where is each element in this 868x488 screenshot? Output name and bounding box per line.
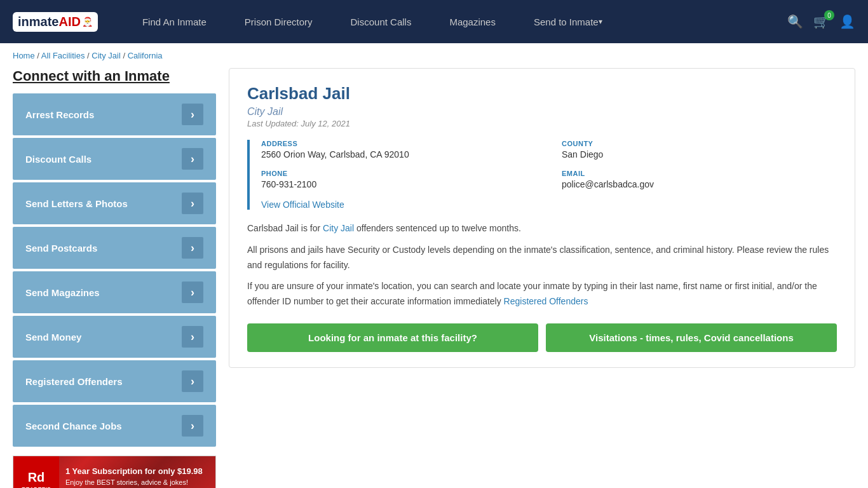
address-value: 2560 Orion Way, Carlsbad, CA 92010 <box>261 149 536 159</box>
looking-for-inmate-button[interactable]: Looking for an inmate at this facility? <box>247 323 538 352</box>
city-jail-link[interactable]: City Jail <box>323 223 354 233</box>
sidebar-label-send-money: Send Money <box>25 332 81 342</box>
chevron-right-icon: › <box>182 193 203 214</box>
address-label: ADDRESS <box>261 140 536 147</box>
facility-content: Carlsbad Jail City Jail Last Updated: Ju… <box>229 68 855 488</box>
facility-desc1: Carlsbad Jail is for City Jail offenders… <box>247 221 837 236</box>
nav-find-inmate[interactable]: Find An Inmate <box>123 0 226 43</box>
breadcrumb-home[interactable]: Home <box>13 51 35 60</box>
sidebar-label-discount-calls: Discount Calls <box>25 154 92 165</box>
facility-desc2: All prisons and jails have Security or C… <box>247 243 837 273</box>
chevron-right-icon: › <box>182 326 203 348</box>
sidebar-item-send-letters[interactable]: Send Letters & Photos › <box>13 182 216 224</box>
sidebar-item-send-postcards[interactable]: Send Postcards › <box>13 227 216 269</box>
ad-banner[interactable]: Rd READER'SDIGEST 1 Year Subscription fo… <box>13 456 216 488</box>
breadcrumb-state[interactable]: California <box>128 51 163 60</box>
sidebar-label-arrest-records: Arrest Records <box>25 109 94 120</box>
cart-badge: 0 <box>824 10 834 20</box>
nav-prison-directory[interactable]: Prison Directory <box>226 0 332 43</box>
chevron-right-icon: › <box>182 281 203 303</box>
email-block: EMAIL police@carlsbadca.gov <box>562 170 837 189</box>
registered-offenders-link[interactable]: Registered Offenders <box>504 296 588 306</box>
visitations-button[interactable]: Visitations - times, rules, Covid cancel… <box>546 323 837 352</box>
chevron-right-icon: › <box>182 237 203 259</box>
breadcrumb-all-facilities[interactable]: All Facilities <box>41 51 85 60</box>
header-icons: 🔍 🛒 0 👤 <box>787 14 855 29</box>
sidebar-label-send-magazines: Send Magazines <box>25 287 100 298</box>
main-nav: Find An Inmate Prison Directory Discount… <box>123 0 787 43</box>
nav-discount-calls[interactable]: Discount Calls <box>332 0 431 43</box>
ad-subtitle: Enjoy the BEST stories, advice & jokes! <box>65 478 209 486</box>
chevron-right-icon: › <box>182 370 203 392</box>
connect-title: Connect with an Inmate <box>13 68 216 85</box>
county-block: COUNTY San Diego <box>562 140 837 159</box>
action-buttons: Looking for an inmate at this facility? … <box>247 323 837 352</box>
logo-box: inmate AID 🎅 <box>13 12 98 32</box>
address-block: ADDRESS 2560 Orion Way, Carlsbad, CA 920… <box>261 140 536 159</box>
sidebar-item-arrest-records[interactable]: Arrest Records › <box>13 93 216 135</box>
sidebar: Connect with an Inmate Arrest Records › … <box>13 68 216 488</box>
phone-block: PHONE 760-931-2100 <box>261 170 536 189</box>
logo-main-text: inmate <box>18 15 58 29</box>
sidebar-item-discount-calls[interactable]: Discount Calls › <box>13 138 216 180</box>
phone-value: 760-931-2100 <box>261 179 536 189</box>
sidebar-label-send-letters: Send Letters & Photos <box>25 198 128 209</box>
county-label: COUNTY <box>562 140 837 147</box>
view-website-link[interactable]: View Official Website <box>261 200 344 210</box>
chevron-right-icon: › <box>182 148 203 170</box>
logo-area[interactable]: inmate AID 🎅 <box>13 12 98 32</box>
main-content: Connect with an Inmate Arrest Records › … <box>0 68 868 488</box>
facility-type: City Jail <box>247 106 837 118</box>
ad-logo: Rd READER'SDIGEST <box>13 456 59 488</box>
website-block: View Official Website <box>261 200 837 210</box>
sidebar-item-registered-offenders[interactable]: Registered Offenders › <box>13 360 216 402</box>
county-value: San Diego <box>562 149 837 159</box>
sidebar-label-second-chance-jobs: Second Chance Jobs <box>25 421 122 431</box>
sidebar-item-send-money[interactable]: Send Money › <box>13 316 216 358</box>
sidebar-item-send-magazines[interactable]: Send Magazines › <box>13 271 216 313</box>
ad-logo-rd: Rd <box>28 470 45 485</box>
nav-magazines[interactable]: Magazines <box>430 0 515 43</box>
sidebar-label-send-postcards: Send Postcards <box>25 243 97 254</box>
desc1-end: offenders sentenced up to twelve months. <box>354 223 521 233</box>
sidebar-label-registered-offenders: Registered Offenders <box>25 376 123 387</box>
breadcrumb-sep3: / <box>123 51 127 60</box>
search-icon[interactable]: 🔍 <box>787 14 803 29</box>
facility-desc3: If you are unsure of your inmate's locat… <box>247 279 837 309</box>
chevron-right-icon: › <box>182 415 203 437</box>
facility-name: Carlsbad Jail <box>247 84 837 104</box>
email-label: EMAIL <box>562 170 837 177</box>
user-icon[interactable]: 👤 <box>839 14 855 29</box>
desc1-text: Carlsbad Jail is for <box>247 223 323 233</box>
header: inmate AID 🎅 Find An Inmate Prison Direc… <box>0 0 868 43</box>
facility-last-updated: Last Updated: July 12, 2021 <box>247 119 837 128</box>
facility-info-grid: ADDRESS 2560 Orion Way, Carlsbad, CA 920… <box>247 140 837 210</box>
breadcrumb-city-jail[interactable]: City Jail <box>92 51 121 60</box>
email-value: police@carlsbadca.gov <box>562 179 837 189</box>
ad-logo-subtitle: READER'SDIGEST <box>22 486 51 489</box>
phone-label: PHONE <box>261 170 536 177</box>
ad-content: 1 Year Subscription for only $19.98 Enjo… <box>59 461 215 489</box>
ad-title: 1 Year Subscription for only $19.98 <box>65 466 209 476</box>
logo-aid-text: AID <box>58 15 80 29</box>
facility-card: Carlsbad Jail City Jail Last Updated: Ju… <box>229 68 855 368</box>
sidebar-item-second-chance-jobs[interactable]: Second Chance Jobs › <box>13 405 216 447</box>
nav-send-to-inmate[interactable]: Send to Inmate <box>515 0 621 43</box>
chevron-right-icon: › <box>182 104 203 125</box>
logo-santa-icon: 🎅 <box>82 17 93 27</box>
breadcrumb: Home / All Facilities / City Jail / Cali… <box>0 43 868 68</box>
cart-icon[interactable]: 🛒 0 <box>813 14 829 29</box>
